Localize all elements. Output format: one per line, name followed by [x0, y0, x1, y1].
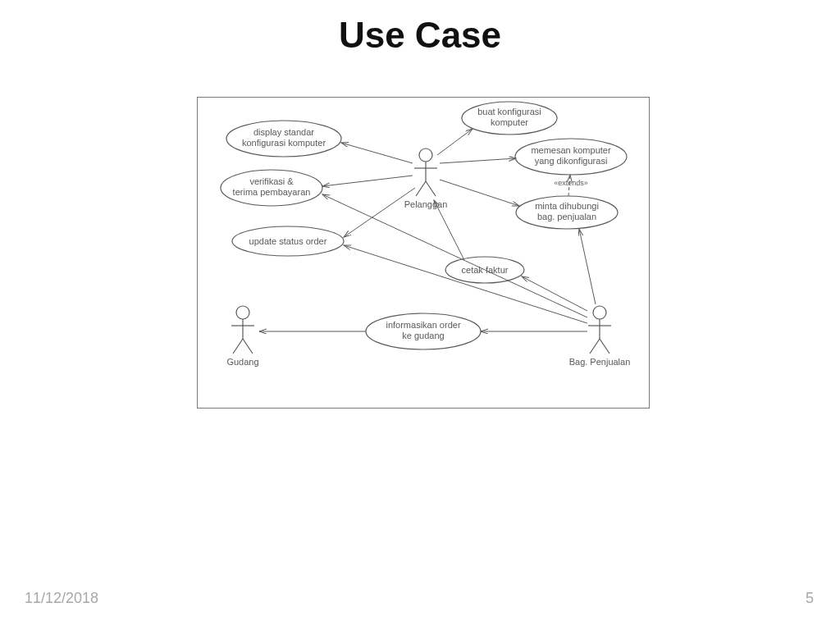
usecase-verifikasi-pembayaran: verifikasi & terima pembayaran	[221, 170, 322, 206]
assoc-pelanggan-uc2	[322, 176, 413, 186]
svg-text:memesan komputer: memesan komputer	[531, 145, 611, 155]
actor-gudang: Gudang	[226, 306, 258, 367]
usecase-diagram-svg: Pelanggan Gudang Bag. Penjualan display …	[198, 98, 649, 408]
slide-page-number: 5	[806, 590, 814, 607]
assoc-pelanggan-uc1	[341, 143, 413, 163]
svg-text:konfigurasi komputer: konfigurasi komputer	[242, 138, 326, 148]
svg-text:terima pembayaran: terima pembayaran	[233, 187, 311, 197]
assoc-penjualan-uc6	[579, 229, 596, 304]
extends-label: «extends»	[554, 179, 588, 187]
svg-text:display standar: display standar	[253, 127, 314, 137]
usecase-buat-konfigurasi: buat konfigurasi komputer	[462, 102, 557, 135]
svg-point-0	[419, 148, 432, 162]
svg-line-4	[426, 181, 436, 196]
slide-date: 11/12/2018	[25, 590, 98, 607]
assoc-pelanggan-uc5	[440, 158, 516, 163]
actor-pelanggan-label: Pelanggan	[404, 199, 448, 209]
slide-title: Use Case	[0, 15, 840, 56]
svg-text:update status order: update status order	[249, 236, 327, 246]
svg-text:ke gudang: ke gudang	[402, 331, 444, 340]
usecase-minta-dihubungi: minta dihubungi bag. penjualan	[516, 196, 618, 229]
svg-line-14	[600, 339, 609, 354]
svg-line-3	[416, 181, 426, 196]
actor-penjualan: Bag. Penjualan	[569, 306, 631, 367]
svg-point-10	[593, 306, 606, 319]
usecase-update-status-order: update status order	[232, 226, 344, 256]
svg-text:informasikan order: informasikan order	[386, 320, 460, 330]
usecase-diagram-frame: Pelanggan Gudang Bag. Penjualan display …	[197, 97, 650, 409]
assoc-penjualan-uc3	[344, 245, 587, 323]
assoc-uc7-pelanggan	[434, 200, 464, 260]
svg-point-5	[236, 306, 249, 319]
usecase-informasikan-order: informasikan order ke gudang	[366, 313, 481, 349]
svg-line-13	[590, 339, 600, 354]
svg-text:verifikasi &: verifikasi &	[249, 176, 294, 186]
assoc-pelanggan-uc4	[437, 129, 472, 155]
assoc-pelanggan-uc3	[344, 188, 415, 237]
actor-penjualan-label: Bag. Penjualan	[569, 357, 631, 367]
svg-line-9	[243, 339, 253, 354]
svg-text:bag. penjualan: bag. penjualan	[537, 212, 596, 221]
actor-pelanggan: Pelanggan	[404, 148, 448, 209]
svg-text:yang dikonfigurasi: yang dikonfigurasi	[535, 156, 608, 166]
usecase-memesan-komputer: memesan komputer yang dikonfigurasi	[515, 139, 627, 175]
svg-text:minta dihubungi: minta dihubungi	[535, 201, 599, 211]
svg-line-8	[233, 339, 243, 354]
actor-gudang-label: Gudang	[226, 357, 258, 367]
usecase-display-standar-konfigurasi: display standar konfigurasi komputer	[226, 121, 341, 157]
assoc-pelanggan-uc6	[440, 180, 519, 206]
svg-text:komputer: komputer	[491, 117, 528, 127]
svg-text:buat konfigurasi: buat konfigurasi	[477, 107, 541, 116]
